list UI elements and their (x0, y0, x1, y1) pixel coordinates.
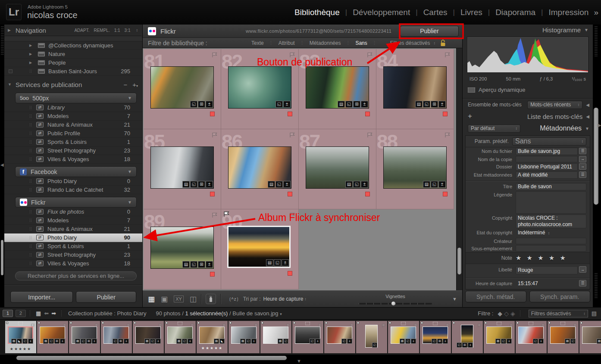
metadata-value-field[interactable] (516, 238, 586, 244)
import-button[interactable]: Importer... (10, 291, 73, 303)
right-panel-scrollbar[interactable] (594, 108, 598, 205)
metadata-value-field[interactable]: Nicolas CROCE : photo.nicolascroce.com (516, 215, 586, 228)
metadata-preset-selector[interactable]: Par défaut↕ (468, 124, 520, 133)
metadata-value-field[interactable]: Bulle de savon.jpg (516, 148, 578, 155)
filmstrip-thumb[interactable]: ◱ (356, 321, 387, 353)
crop-badge-icon[interactable]: ⊞ (353, 101, 360, 108)
album-url[interactable]: www.flickr.com/photos/61777312@N00/sets/… (240, 28, 398, 34)
rating-stars[interactable]: ★ ★ ★ ★ ★ (516, 254, 567, 262)
list-icon[interactable]: ☰ (579, 148, 586, 154)
grid-cell-81[interactable]: 81 ◱⊞± (144, 49, 221, 129)
next-photo-arrow[interactable]: ➡ (51, 310, 56, 317)
grid-scrollbar-track[interactable] (456, 48, 462, 290)
filmstrip-thumb[interactable]: ▤◱ (260, 321, 291, 353)
crop-badge-icon[interactable]: ⊞ (198, 261, 205, 268)
flag-filter-icon[interactable]: ◆ (498, 310, 502, 317)
photo-thumbnail[interactable]: ▤◱± (306, 146, 369, 189)
tag-badge-icon[interactable]: ▤ (345, 181, 353, 188)
survey-view-button[interactable]: ◫ (190, 295, 197, 304)
thumbnail-slider-track[interactable] (359, 303, 432, 305)
color-label-value[interactable]: Rouge (516, 266, 578, 274)
filmstrip-thumb[interactable]: ▤◱ (548, 321, 579, 353)
copy-badge-icon[interactable]: ◱ (190, 101, 197, 108)
tag-badge-icon[interactable]: ▤ (415, 101, 423, 108)
filmstrip-thumb[interactable]: ▤◱± (133, 321, 164, 353)
collection-checkbox[interactable] (9, 69, 13, 73)
metadata-value-field[interactable]: Indéterminé ↕ (516, 229, 586, 237)
dev-badge-icon[interactable]: ± (283, 101, 291, 108)
dev-badge-icon[interactable]: ± (438, 181, 446, 188)
publish-collection-row[interactable]: ⇄ Library 70 (4, 103, 142, 112)
filmstrip-thumb[interactable]: ▤◣◱±★★★★★ (5, 321, 36, 353)
navigator-zoom-controls[interactable]: ADAPT. REMPL. 1:1 3:1 ↕ (74, 28, 138, 33)
goto-arrow-icon[interactable]: → (579, 266, 586, 273)
crop-badge-icon[interactable]: ⊞ (198, 181, 205, 188)
sort-direction-icon[interactable]: ⟮ᴬᴢ⟯ (229, 296, 239, 302)
publish-collection-row[interactable]: ⇄ Photo Diary 0 (4, 177, 142, 186)
grid-cell-87[interactable]: 87 ▤◱± (299, 129, 376, 209)
filmstrip-thumb[interactable]: ◱⊞± (420, 321, 451, 353)
sync-settings-button[interactable]: Synch. param. (529, 291, 591, 302)
dev-badge-icon[interactable]: ± (438, 101, 446, 108)
sync-metadata-button[interactable]: Synch. métad. (465, 291, 526, 302)
filmstrip-thumb[interactable]: ▤◱⊞± (37, 321, 68, 353)
filmstrip-thumb[interactable]: ▤◱ (579, 321, 601, 353)
dev-badge-icon[interactable]: ± (206, 101, 213, 108)
red-label-chip[interactable] (443, 192, 448, 196)
copy-badge-icon[interactable]: ◱ (353, 181, 360, 188)
grid-cell-86[interactable]: 86 ▤◱± (221, 129, 299, 209)
metadata-param-dropdown[interactable]: Sans↕ (512, 137, 586, 146)
copy-badge-icon[interactable]: ◱ (345, 101, 353, 108)
source-indicator[interactable]: Collection publiée : Photo Diary (68, 310, 146, 317)
red-label-chip[interactable] (210, 272, 215, 277)
right-panel-grip-bottom[interactable] (595, 272, 598, 298)
copy-badge-icon[interactable]: ◱ (274, 259, 281, 266)
metadata-value-field[interactable] (516, 191, 586, 214)
module-map[interactable]: Cartes (422, 8, 449, 17)
module-overflow-chevron[interactable]: » (594, 8, 598, 17)
copy-badge-icon[interactable]: ◱ (275, 101, 283, 108)
flag-icon[interactable] (382, 322, 386, 330)
publish-collection-row[interactable]: ⇄ Public Profile 70 (4, 129, 142, 138)
module-library[interactable]: Bibliothèque (293, 8, 341, 17)
previous-photo-arrow[interactable]: ⬅ (44, 310, 49, 317)
goto-arrow-icon[interactable]: → (579, 156, 586, 162)
grid-cell-88[interactable]: 88 ▤◱± (376, 129, 454, 209)
publish-button-sidebar[interactable]: Publier (76, 291, 136, 303)
filmstrip-thumb[interactable]: ◱⊞± (101, 321, 132, 353)
publish-collection-row[interactable]: ⇄ Nature & Animaux 21 (4, 225, 142, 233)
filmstrip-thumb[interactable]: ◱⊞± (452, 321, 483, 353)
collapse-keywordset-arrow[interactable]: ◀ (586, 103, 589, 107)
filmstrip-thumb[interactable]: ▤◱± (388, 321, 419, 353)
tag-badge-icon[interactable]: ▤ (268, 181, 275, 188)
publish-collection-row[interactable]: ⇄ Street Photography 23 (4, 146, 142, 155)
filter-tab-none[interactable]: Sans (350, 40, 372, 46)
publish-collection-row[interactable]: ⇄ Sport & Loisirs 1 (4, 242, 142, 251)
compare-view-button[interactable]: XY (174, 296, 184, 302)
publish-collection-row[interactable]: ⇄ Villes & Voyages 18 (4, 259, 142, 268)
dev-badge-icon[interactable]: ± (206, 261, 213, 268)
dev-badge-icon[interactable]: ± (206, 181, 213, 188)
keyword-list-header[interactable]: + Liste des mots-clés ◀ (463, 110, 593, 122)
dev-badge-icon[interactable]: ± (361, 181, 368, 188)
grid-cell-85[interactable]: 85 ▤◱⊞± (144, 129, 221, 209)
flag-icon[interactable] (367, 132, 372, 140)
photo-thumbnail[interactable]: ▤◱⊞± (150, 227, 214, 269)
label-filter-icon[interactable]: ◈ (510, 310, 515, 317)
filmstrip-scrollbar[interactable] (16, 356, 287, 360)
tag-badge-icon[interactable]: ▤ (182, 181, 190, 188)
red-label-chip[interactable] (288, 192, 292, 196)
collection-row[interactable]: ▶Nature (4, 50, 142, 59)
metadata-value-field[interactable]: A été modifié (516, 171, 578, 179)
collapse-filmstrip-arrow[interactable]: ▼ (297, 358, 301, 364)
copy-badge-icon[interactable]: ◱ (431, 181, 438, 188)
filmstrip-thumb[interactable]: ▤◱± (229, 321, 260, 353)
publish-collection-row[interactable]: ⇄ Flux de photos 0 (4, 208, 142, 216)
grid-scrollbar-thumb[interactable] (457, 248, 461, 274)
collection-row[interactable]: ▶@Collections dynamiques (4, 41, 142, 50)
tag-badge-icon[interactable]: ▤ (266, 259, 273, 266)
find-more-services-button[interactable]: Rechercher plus de services en ligne... (15, 271, 137, 280)
copy-badge-icon[interactable]: ◱ (275, 181, 283, 188)
filmstrip-thumb[interactable]: ◱± (324, 321, 355, 353)
photo-thumbnail[interactable]: ▤◱⊞± (150, 146, 214, 189)
